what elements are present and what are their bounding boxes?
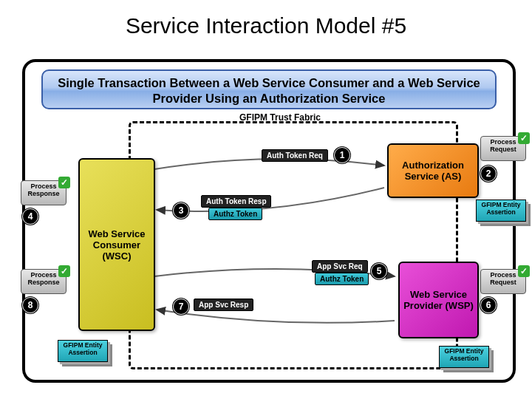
step-3: 3 bbox=[173, 202, 189, 219]
step-4: 4 bbox=[22, 208, 38, 225]
check-icon: ✓ bbox=[58, 177, 70, 188]
step-5: 5 bbox=[371, 263, 387, 279]
step-1: 1 bbox=[334, 147, 350, 163]
check-icon: ✓ bbox=[58, 265, 70, 277]
as-actor: Authorization Service (AS) bbox=[387, 143, 479, 198]
msg-app-svc-resp: App Svc Resp bbox=[194, 299, 253, 311]
trust-fabric-label: GFIPM Trust Fabric bbox=[239, 112, 321, 123]
gfipm-assertion-as: GFIPM Entity Assertion bbox=[476, 200, 526, 222]
check-icon: ✓ bbox=[518, 265, 530, 277]
msg-authz-token-3: Authz Token bbox=[208, 208, 262, 220]
gfipm-assertion-wsc: GFIPM Entity Assertion bbox=[58, 340, 108, 362]
step-7: 7 bbox=[173, 299, 189, 315]
process-response-4: Process Response✓ bbox=[21, 180, 66, 205]
msg-authz-token-5: Authz Token bbox=[315, 273, 369, 285]
wsc-actor: Web Service Consumer (WSC) bbox=[78, 158, 155, 331]
step-6: 6 bbox=[480, 297, 497, 313]
diagram-frame: Single Transaction Between a Web Service… bbox=[22, 59, 516, 383]
banner: Single Transaction Between a Web Service… bbox=[41, 69, 497, 109]
msg-auth-token-resp: Auth Token Resp bbox=[201, 195, 271, 208]
step-2: 2 bbox=[480, 166, 497, 182]
process-request-2: Process Request✓ bbox=[480, 136, 526, 161]
msg-auth-token-req: Auth Token Req bbox=[262, 149, 328, 162]
process-response-8: Process Response✓ bbox=[21, 269, 66, 294]
check-icon: ✓ bbox=[518, 132, 530, 144]
slide-title: Service Interaction Model #5 bbox=[0, 0, 532, 44]
process-request-6: Process Request✓ bbox=[480, 269, 526, 294]
msg-app-svc-req: App Svc Req bbox=[312, 260, 368, 273]
wsp-actor: Web Service Provider (WSP) bbox=[398, 262, 479, 338]
gfipm-assertion-wsp: GFIPM Entity Assertion bbox=[439, 346, 489, 368]
step-8: 8 bbox=[22, 297, 38, 313]
